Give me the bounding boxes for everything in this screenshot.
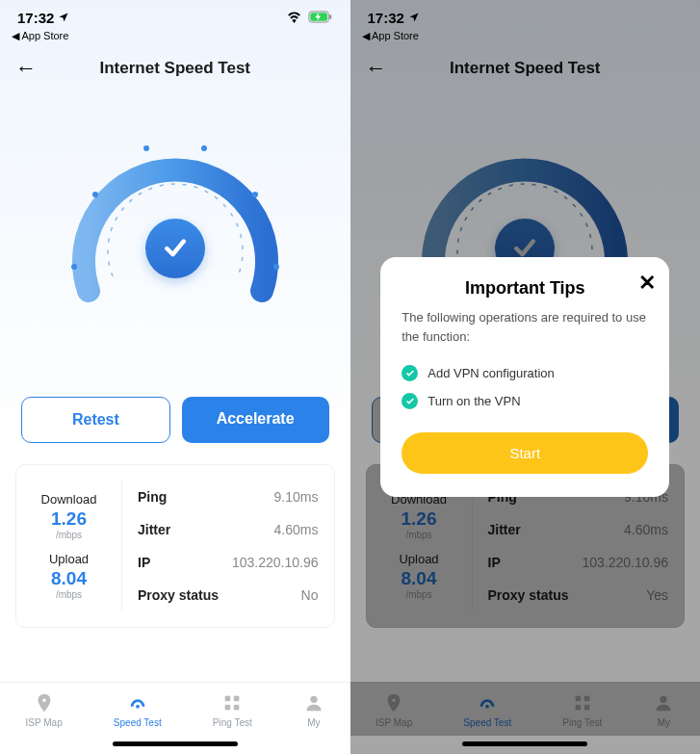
tabbar: ISP Map Speed Test Ping Test My xyxy=(0,682,350,736)
ip-label: IP xyxy=(138,555,150,570)
my-icon xyxy=(303,692,324,714)
jitter-label: Jitter xyxy=(138,522,170,537)
isp-map-icon xyxy=(34,692,55,714)
ip-value: 103.220.10.96 xyxy=(232,555,319,570)
start-button[interactable]: Start xyxy=(402,432,648,474)
back-to-appstore[interactable]: ◀ App Store xyxy=(0,30,350,46)
important-tips-modal: ✕ Important Tips The following operation… xyxy=(380,257,669,497)
tab-speed-test[interactable]: Speed Test xyxy=(114,692,162,728)
check-icon xyxy=(402,393,418,409)
svg-point-8 xyxy=(201,145,207,151)
download-value: 1.26 xyxy=(41,508,97,530)
svg-point-6 xyxy=(252,192,258,197)
close-icon[interactable]: ✕ xyxy=(638,271,656,296)
wifi-icon xyxy=(286,10,302,26)
svg-point-14 xyxy=(310,696,317,703)
home-indicator[interactable] xyxy=(113,741,238,746)
tab-ping-test[interactable]: Ping Test xyxy=(213,692,252,728)
svg-point-3 xyxy=(71,264,77,270)
ping-label: Ping xyxy=(138,489,167,505)
stats-card: Download 1.26 /mbps Upload 8.04 /mbps Pi… xyxy=(15,464,335,628)
status-bar: 17:32 xyxy=(0,0,350,30)
svg-rect-2 xyxy=(329,14,331,19)
header: ← Internet Speed Test xyxy=(0,46,350,89)
modal-description: The following operations are required to… xyxy=(402,308,648,346)
download-label: Download xyxy=(41,492,97,507)
location-icon xyxy=(58,10,69,26)
modal-item-turn-on-vpn: Turn on the VPN xyxy=(402,387,648,415)
ping-value: 9.10ms xyxy=(274,489,319,505)
ping-test-icon xyxy=(221,692,243,714)
status-time: 17:32 xyxy=(17,10,54,26)
svg-point-9 xyxy=(136,705,140,709)
upload-value: 8.04 xyxy=(49,568,89,589)
upload-unit: /mbps xyxy=(49,589,89,600)
jitter-value: 4.60ms xyxy=(274,522,319,537)
check-icon xyxy=(402,365,418,381)
page-title: Internet Speed Test xyxy=(15,59,335,78)
proxy-value: No xyxy=(301,587,319,603)
modal-overlay[interactable]: ✕ Important Tips The following operation… xyxy=(350,0,701,754)
accelerate-button[interactable]: Accelerate xyxy=(182,397,329,443)
screen-right: 17:32 ◀ App Store ← Internet Speed Test … xyxy=(350,0,701,754)
svg-rect-10 xyxy=(225,696,231,702)
svg-rect-13 xyxy=(234,705,240,711)
speed-test-icon xyxy=(127,692,148,714)
retest-button[interactable]: Retest xyxy=(21,397,170,443)
svg-point-5 xyxy=(92,192,98,197)
modal-title: Important Tips xyxy=(402,278,648,299)
modal-item-vpn-config: Add VPN configuration xyxy=(402,359,648,387)
svg-point-4 xyxy=(273,264,279,270)
download-unit: /mbps xyxy=(41,530,97,540)
tab-isp-map[interactable]: ISP Map xyxy=(26,692,63,728)
svg-point-7 xyxy=(143,145,149,151)
upload-label: Upload xyxy=(49,552,89,566)
svg-rect-12 xyxy=(225,705,231,711)
tab-my[interactable]: My xyxy=(303,692,324,728)
battery-icon xyxy=(308,10,333,26)
speed-gauge xyxy=(0,89,350,339)
check-icon xyxy=(145,219,205,278)
screen-left: 17:32 ◀ App Store ← Internet Speed Test xyxy=(0,0,350,754)
svg-rect-11 xyxy=(234,696,240,702)
proxy-label: Proxy status xyxy=(138,587,219,603)
